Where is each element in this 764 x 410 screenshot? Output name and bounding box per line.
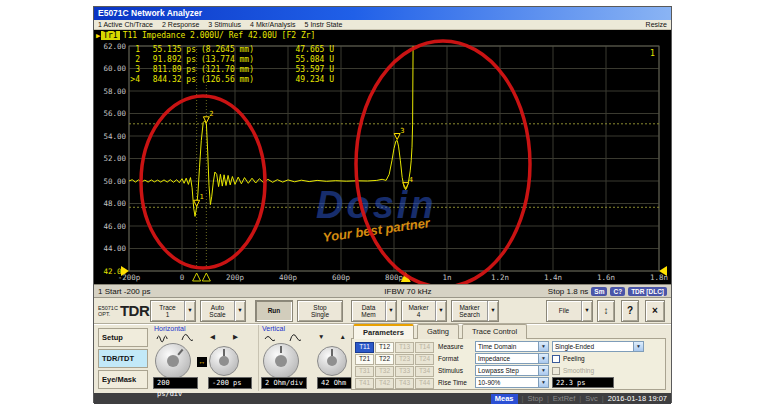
matrix-cell-t34: T34 [415,366,434,377]
x-tick-label: 1.6n [597,273,615,282]
tdr-logo: E5071COPT. TDR [98,302,149,319]
format-select[interactable]: Impedance ▼ [475,353,549,364]
chevron-down-icon[interactable]: ▼ [487,301,498,321]
chevron-down-icon[interactable]: ▼ [435,301,446,321]
y-tick-label: 56.00 [103,109,126,118]
stimulus-select[interactable]: Lowpass Step ▼ [475,365,549,376]
matrix-cell-t21[interactable]: T21 [355,354,374,365]
button-label: Marker4 [402,304,435,319]
trace-header-text: T11 Impedance 2.000U/ Ref 42.00U [F2 Zr] [123,31,316,40]
auto-scale-button[interactable]: AutoScale▼ [200,300,246,322]
chevron-down-icon[interactable]: ▼ [234,301,245,321]
stop-single-button[interactable]: StopSingle [297,300,343,322]
fit-width-icon[interactable]: ↔ [197,357,207,367]
stimulus-label: Stimulus [438,367,475,374]
chevron-down-icon: ▼ [538,342,548,351]
chevron-down-icon[interactable]: ▼ [184,301,195,321]
help-button[interactable]: ? [621,300,639,322]
horizontal-label: Horizontal [154,325,186,332]
chevron-down-icon[interactable]: ▼ [581,301,592,321]
vertical-group: Vertical ▼ ▲ 2 Ohm/div 42 Ohm [258,325,355,391]
tab-parameters[interactable]: Parameters [353,324,414,339]
topology-select[interactable]: Single-Ended ▼ [552,341,644,352]
menu-item-1[interactable]: 1 Active Ch/Trace [98,21,153,28]
side-tab-setup[interactable]: Setup [98,328,148,347]
menu-item-3[interactable]: 3 Stimulus [208,21,241,28]
rise-time-value-field: 22.3 ps [552,377,614,388]
menu-item-2[interactable]: 2 Response [162,21,199,28]
chevron-down-icon: ▼ [538,366,548,375]
big-wave-icon [289,333,302,343]
trace-label: Tr1 [101,31,119,40]
tdr-panel: E5071COPT. TDR Trace1▼AutoScale▼RunStopS… [94,298,671,393]
side-tab-tdr-tdt[interactable]: TDR/TDT [98,349,148,368]
wide-wave-icon [181,333,194,343]
tdr-side-tabs: SetupTDR/TDTEye/Mask [98,328,148,391]
horizontal-position-field[interactable]: -200 ps [208,377,252,389]
matrix-cell-t11[interactable]: T11 [355,342,374,353]
tdr-logo-big: TDR [120,302,149,319]
matrix-cell-t41: T41 [355,378,374,389]
button-label: ↕ [598,307,614,315]
parameters-content: T11T12T13T14T21T22T23T24T31T32T33T34T41T… [351,338,666,390]
menu-item-5[interactable]: 5 Instr State [305,21,343,28]
vertical-position-knob[interactable] [317,346,347,376]
menu-item-resize[interactable]: Resize [646,21,667,28]
taskbar-status-items: |Stop|ExtRef|Svc| [522,394,604,403]
axis-marker-hollow [202,273,210,281]
file-button[interactable]: File▼ [546,300,593,322]
close-button[interactable]: × [645,300,665,322]
trace-button[interactable]: Trace1▼ [150,300,196,322]
tdr-toolbar: Trace1▼AutoScale▼RunStopSingleDataMem▼Ma… [150,300,665,322]
ifbw-value: IFBW 70 kHz [268,287,548,296]
horizontal-position-icons: ◀ ▶ [205,333,243,341]
horizontal-scale-field[interactable]: 200 ps/div [153,377,198,389]
window-titlebar: E5071C Network Analyzer [94,7,671,20]
trace-header[interactable]: ▶Tr1T11 Impedance 2.000U/ Ref 42.00U [F2… [96,31,315,40]
x-tick-label: 200p [226,273,245,282]
button-label: × [646,307,664,315]
marker-value: 55.084 U [276,55,334,65]
marker-button[interactable]: Marker4▼ [401,300,447,322]
side-tab-eye-mask[interactable]: Eye/Mask [98,370,148,389]
y-tick-label: 46.00 [103,222,126,231]
scale-updown-button[interactable]: ↕ [597,300,615,322]
peeling-checkbox[interactable] [552,355,560,363]
run-button[interactable]: Run [255,300,293,322]
down-arrow-icon: ▼ [318,333,324,340]
marker-row: 155.135 ps(8.2645 mm)47.665 U [124,45,334,55]
chevron-down-icon[interactable]: ▼ [385,301,396,321]
x-tick-label: 400p [279,273,298,282]
annotation-circle [141,96,265,268]
marker-number: >4 [124,75,140,85]
matrix-cell-t22[interactable]: T22 [375,354,394,365]
vertical-scale-field[interactable]: 2 Ohm/div [261,377,307,389]
marker-time: 91.892 ps [140,55,196,65]
marker-search-button[interactable]: MarkerSearch▼ [451,300,499,322]
parameter-fields: Measure Time Domain ▼ Format Impedance ▼ [438,341,549,389]
smoothing-label: Smoothing [563,367,594,374]
horizontal-position-knob[interactable] [209,346,239,376]
status-badge-2: TDR [DLC] [628,287,667,296]
measure-label: Measure [438,343,475,350]
matrix-cell-t12[interactable]: T12 [375,342,394,353]
chevron-down-icon: ▼ [633,342,643,351]
button-label: StopSingle [298,304,342,319]
taskbar-item-extref: ExtRef [553,394,576,403]
tab-trace-control[interactable]: Trace Control [462,324,527,339]
menu-item-4[interactable]: 4 Mkr/Analysis [250,21,296,28]
data-mem-button[interactable]: DataMem▼ [351,300,397,322]
window-title: E5071C Network Analyzer [98,8,202,18]
vertical-scale-knob[interactable] [263,343,299,379]
y-tick-label: 48.00 [103,199,126,208]
matrix-cell-t23: T23 [395,354,414,365]
rise-time-select[interactable]: 10-90% ▼ [475,377,549,388]
parameter-options: Single-Ended ▼ Peeling Smoothing 22.3 ps [552,341,664,389]
horizontal-scale-knob[interactable] [155,343,191,379]
t-parameter-matrix: T11T12T13T14T21T22T23T24T31T32T33T34T41T… [355,342,434,389]
trace-marker-number: 1 [200,193,204,201]
tab-gating[interactable]: Gating [417,324,459,339]
marker-time: 55.135 ps [140,45,196,55]
measure-select[interactable]: Time Domain ▼ [475,341,549,352]
marker-distance: (13.774 mm) [196,55,276,65]
